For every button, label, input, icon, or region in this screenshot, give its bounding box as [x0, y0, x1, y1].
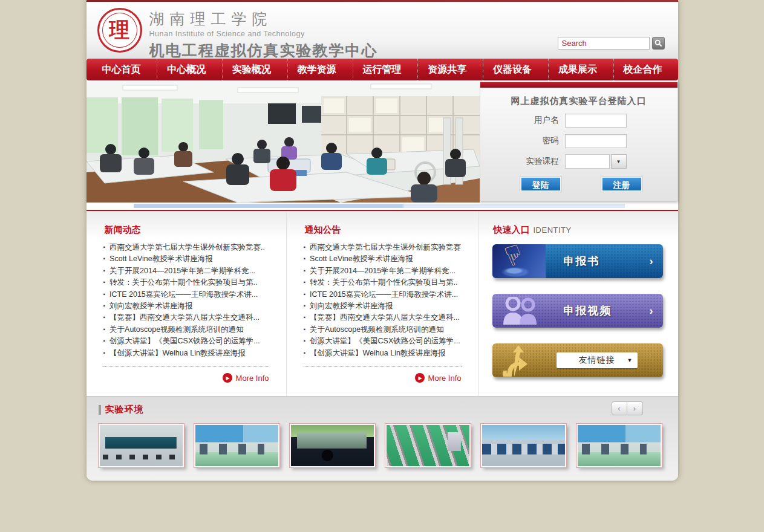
nav-item[interactable]: 仪器设备	[483, 59, 541, 80]
notice-list: 西南交通大学第七届大学生课外创新实验竞赛..Scott LeVine教授学术讲座…	[304, 242, 462, 359]
quick-entry-title-cn: 快速入口	[494, 224, 530, 235]
friend-links-button[interactable]: 友情链接 ▼	[492, 343, 663, 377]
nav-item[interactable]: 中心首页	[93, 59, 151, 80]
news-item-link[interactable]: 刘向宏教授学术讲座海报	[103, 300, 269, 312]
search-icon	[655, 39, 662, 47]
search-button[interactable]	[652, 37, 665, 50]
news-item-link[interactable]: 西南交通大学第七届大学生课外创新实验竞赛..	[103, 242, 269, 253]
password-field[interactable]	[565, 134, 627, 148]
notice-item-link[interactable]: 西南交通大学第七届大学生课外创新实验竞赛..	[304, 242, 462, 253]
news-item-link[interactable]: 【竞赛】西南交通大学第八届大学生交通科...	[103, 312, 269, 323]
notice-column: 通知公告 西南交通大学第七届大学生课外创新实验竞赛..Scott LeVine教…	[286, 211, 478, 396]
quick-entry-title-en: IDENTITY	[534, 225, 572, 235]
register-button[interactable]: 注册	[601, 177, 642, 192]
chevron-right-icon: ›	[650, 305, 653, 317]
news-item-link[interactable]: 关于Autoscope视频检测系统培训的通知	[103, 324, 269, 336]
notice-more-link[interactable]: ▶ More Info	[304, 373, 462, 383]
more-info-label: More Info	[236, 374, 269, 383]
login-panel-title: 网上虚拟仿真实验平台登陆入口	[480, 96, 677, 107]
nav-item[interactable]: 成果展示	[548, 59, 607, 80]
university-name-en: Hunan Institute of Science and Technolog…	[149, 30, 378, 38]
banner-photo-lab[interactable]	[87, 82, 480, 203]
center-title: 机电工程虚拟仿真实验教学中心	[149, 41, 378, 60]
site-header: 理 湖南理工学院 Hunan Institute of Science and …	[87, 2, 678, 59]
environment-photo[interactable]	[385, 424, 471, 467]
course-dropdown-button[interactable]: ▼	[611, 154, 627, 169]
university-name-cn: 湖南理工学院	[149, 9, 378, 29]
login-button[interactable]: 登陆	[520, 177, 561, 192]
username-label: 用户名	[515, 115, 559, 126]
environment-photo[interactable]	[576, 424, 662, 467]
environment-thumbnails	[99, 424, 678, 467]
news-item-link[interactable]: Scott LeVine教授学术讲座海报	[103, 253, 269, 265]
environment-photo[interactable]	[481, 424, 566, 467]
logo-character: 理	[109, 16, 130, 44]
environment-title: 实验环境	[105, 404, 144, 415]
university-seal-logo[interactable]: 理	[97, 8, 142, 53]
report-form-label: 申报书	[564, 254, 600, 268]
environment-photo[interactable]	[99, 424, 184, 467]
notice-item-link[interactable]: ICTE 2015嘉宾论坛——王印海教授学术讲...	[304, 289, 462, 300]
notice-item-link[interactable]: 关于开展2014—2015学年第二学期学科竞...	[304, 265, 462, 277]
site-titles: 湖南理工学院 Hunan Institute of Science and Te…	[149, 9, 378, 60]
environment-photo[interactable]	[290, 424, 375, 467]
chevron-right-icon: ›	[650, 255, 653, 268]
report-video-label: 申报视频	[564, 303, 612, 318]
notice-item-link[interactable]: 【竞赛】西南交通大学第八届大学生交通科...	[304, 312, 462, 323]
course-label: 实验课程	[515, 156, 559, 167]
play-icon: ▶	[223, 373, 232, 383]
news-more-link[interactable]: ▶ More Info	[103, 373, 269, 383]
notice-item-link[interactable]: 创源大讲堂】《美国CSX铁路公司的运筹学...	[304, 336, 462, 347]
news-item-link[interactable]: 创源大讲堂】《美国CSX铁路公司的运筹学...	[103, 336, 269, 347]
notice-title: 通知公告	[305, 224, 462, 236]
nav-item[interactable]: 实验概况	[222, 59, 281, 80]
environment-photo[interactable]	[194, 424, 279, 467]
quick-entry-column: 快速入口IDENTITY ☝ 申报书 ›	[478, 211, 678, 396]
chevron-down-icon: ▼	[627, 357, 633, 363]
report-form-button[interactable]: ☝ 申报书 ›	[492, 244, 663, 278]
notice-item-link[interactable]: 转发：关于公布第十期个性化实验项目与第..	[304, 277, 462, 288]
title-accent-bar	[99, 405, 101, 415]
username-field[interactable]	[565, 114, 627, 128]
news-column: 新闻动态 西南交通大学第七届大学生课外创新实验竞赛..Scott LeVine教…	[87, 211, 286, 396]
page-footer	[0, 481, 764, 532]
search-input[interactable]	[558, 37, 650, 50]
news-item-link[interactable]: 【创源大讲堂】Weihua Lin教授讲座海报	[103, 348, 269, 359]
main-nav: 中心首页中心概况实验概况教学资源运行管理资源共享仪器设备成果展示校企合作	[87, 59, 678, 80]
nav-item[interactable]: 校企合作	[613, 59, 672, 80]
banner-carousel-progress[interactable]	[134, 204, 625, 208]
report-video-button[interactable]: 申报视频 ›	[492, 294, 663, 328]
notice-item-link[interactable]: 【创源大讲堂】Weihua Lin教授讲座海报	[304, 348, 462, 359]
notice-item-link[interactable]: 刘向宏教授学术讲座海报	[304, 300, 462, 312]
news-item-link[interactable]: 转发：关于公布第十期个性化实验项目与第..	[103, 277, 269, 288]
login-panel: 网上虚拟仿真实验平台登陆入口 用户名 密码 实验课程 ▼ 登陆 注册	[480, 82, 678, 201]
friend-links-dropdown[interactable]: 友情链接 ▼	[557, 352, 638, 368]
news-item-link[interactable]: 关于开展2014—2015学年第二学期学科竞...	[103, 265, 269, 277]
lab-scene-illustration	[87, 82, 480, 203]
notice-item-link[interactable]: 关于Autoscope视频检测系统培训的通知	[304, 324, 462, 336]
main-content: 新闻动态 西南交通大学第七届大学生课外创新实验竞赛..Scott LeVine教…	[87, 211, 678, 396]
friend-links-label: 友情链接	[579, 355, 615, 366]
course-select[interactable]	[565, 154, 610, 169]
news-title: 新闻动态	[105, 224, 269, 236]
search-box	[558, 37, 665, 50]
carousel-next-button[interactable]: ›	[627, 401, 643, 415]
nav-item[interactable]: 中心概况	[157, 59, 215, 80]
quick-entry-title: 快速入口IDENTITY	[494, 224, 664, 236]
chevron-down-icon: ▼	[616, 159, 621, 164]
carousel-prev-button[interactable]: ‹	[612, 401, 627, 415]
dotted-separator	[103, 366, 269, 367]
more-info-label: More Info	[428, 374, 462, 383]
notice-item-link[interactable]: Scott LeVine教授学术讲座海报	[304, 253, 462, 265]
play-icon: ▶	[415, 373, 425, 383]
nav-item[interactable]: 教学资源	[287, 59, 346, 80]
nav-item[interactable]: 运行管理	[353, 59, 411, 80]
environment-carousel-nav: ‹ ›	[612, 401, 643, 415]
environment-section: 实验环境 ‹ ›	[87, 396, 678, 481]
login-panel-topbar	[480, 82, 677, 88]
nav-item[interactable]: 资源共享	[417, 59, 476, 80]
password-label: 密码	[515, 135, 559, 146]
hand-touch-icon: ☝	[492, 244, 546, 278]
branch-arrows-icon	[498, 343, 549, 377]
news-item-link[interactable]: ICTE 2015嘉宾论坛——王印海教授学术讲...	[103, 289, 269, 300]
